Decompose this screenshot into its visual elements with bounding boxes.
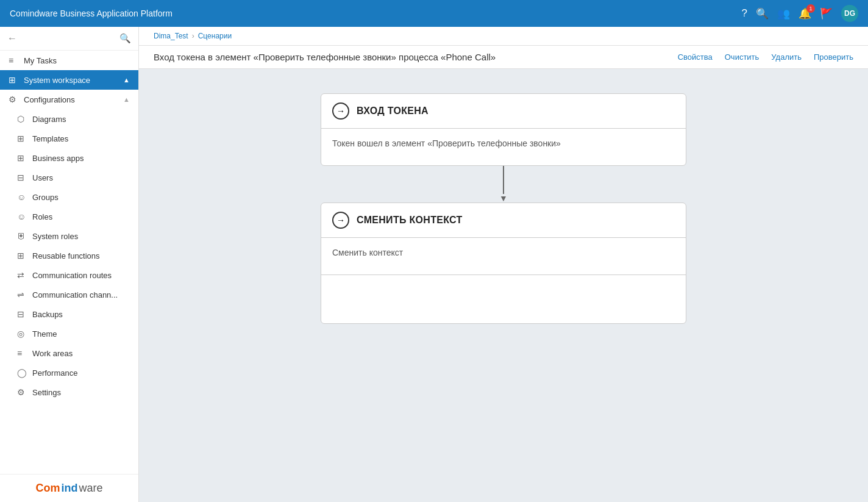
sidebar-item-label: Roles xyxy=(32,212,130,221)
properties-button[interactable]: Свойства xyxy=(678,52,713,62)
sidebar-item-label: Communication routes xyxy=(32,271,130,280)
sidebar-item-label: Work areas xyxy=(32,349,130,358)
delete-button[interactable]: Удалить xyxy=(771,52,802,62)
flow-arrow: ▼ xyxy=(499,166,508,203)
backups-icon: ⊟ xyxy=(17,309,27,319)
sidebar-item-configurations[interactable]: ⚙ Configurations ▲ xyxy=(0,90,138,109)
flow-node-token-entry: → ВХОД ТОКЕНА Токен вошел в элемент «Про… xyxy=(321,93,686,166)
topbar: Comindware Business Application Platform… xyxy=(0,0,868,27)
logo-com: Com xyxy=(35,482,60,495)
config-submenu: ⬡ Diagrams ⊞ Templates ⊞ Business apps ⊟… xyxy=(0,109,138,402)
token-entry-icon: → xyxy=(332,102,349,120)
work-areas-icon: ≡ xyxy=(17,348,27,358)
breadcrumb-separator: › xyxy=(192,32,194,40)
groups-icon: ☺ xyxy=(17,192,27,202)
sidebar-item-label: System roles xyxy=(32,232,130,241)
roles-icon: ☺ xyxy=(17,212,27,221)
diagrams-icon: ⬡ xyxy=(17,114,27,124)
help-icon[interactable]: ? xyxy=(742,7,747,20)
notification-badge: 1 xyxy=(806,4,815,13)
workspace-icon: ⊞ xyxy=(9,75,18,85)
sidebar-item-templates[interactable]: ⊞ Templates xyxy=(0,129,138,148)
sidebar-item-users[interactable]: ⊟ Users xyxy=(0,168,138,187)
flow-node-token-header: → ВХОД ТОКЕНА xyxy=(321,94,686,129)
sidebar-item-backups[interactable]: ⊟ Backups xyxy=(0,304,138,324)
avatar[interactable]: DG xyxy=(841,5,858,22)
sidebar-item-label: Performance xyxy=(32,368,130,378)
sidebar-search-row: ← 🔍 xyxy=(0,27,138,51)
clear-button[interactable]: Очистить xyxy=(725,52,760,62)
sidebar-bottom: Comindware xyxy=(0,474,138,502)
sidebar-item-roles[interactable]: ☺ Roles xyxy=(0,207,138,226)
sidebar-item-label: Communication chann... xyxy=(32,290,130,299)
breadcrumb-item-dima-test[interactable]: Dima_Test xyxy=(154,32,188,40)
config-label: Configurations xyxy=(24,95,118,104)
sidebar-item-my-tasks[interactable]: ≡ My Tasks xyxy=(0,51,138,70)
page-actions: Свойства Очистить Удалить Проверить xyxy=(678,52,853,62)
sidebar-item-label: Diagrams xyxy=(32,115,130,124)
chevron-down-icon: ▲ xyxy=(123,96,130,103)
sidebar-back-button[interactable]: ← xyxy=(7,33,17,44)
layout: ← 🔍 ≡ My Tasks ⊞ System workspace ▲ ⚙ Co… xyxy=(0,27,868,502)
system-roles-icon: ⛨ xyxy=(17,231,27,241)
users-icon[interactable]: 👥 xyxy=(777,7,790,20)
sidebar-item-business-apps[interactable]: ⊞ Business apps xyxy=(0,148,138,168)
sidebar-item-system-roles[interactable]: ⛨ System roles xyxy=(0,226,138,246)
settings-icon: ⚙ xyxy=(17,387,27,397)
change-context-body: Сменить контекст xyxy=(321,238,686,274)
flow-container: → ВХОД ТОКЕНА Токен вошел в элемент «Про… xyxy=(163,93,844,324)
sidebar-item-label: System workspace xyxy=(24,76,118,85)
logo-ind: ind xyxy=(61,482,77,495)
sidebar-item-label: Templates xyxy=(32,134,130,143)
sidebar-item-communication-channels[interactable]: ⇌ Communication chann... xyxy=(0,285,138,304)
sidebar-item-theme[interactable]: ◎ Theme xyxy=(0,324,138,343)
comm-channels-icon: ⇌ xyxy=(17,290,27,299)
sidebar-item-label: Backups xyxy=(32,310,130,319)
sidebar-item-diagrams[interactable]: ⬡ Diagrams xyxy=(0,109,138,129)
change-context-title: СМЕНИТЬ КОНТЕКСТ xyxy=(357,215,463,226)
subheader: Dima_Test › Сценарии xyxy=(139,27,868,46)
main-content: Dima_Test › Сценарии Вход токена в элеме… xyxy=(139,27,868,502)
business-apps-icon: ⊞ xyxy=(17,153,27,163)
flow-node-change-context: → СМЕНИТЬ КОНТЕКСТ Сменить контекст xyxy=(321,203,686,324)
sidebar-item-system-workspace[interactable]: ⊞ System workspace ▲ xyxy=(0,70,138,90)
comm-routes-icon: ⇄ xyxy=(17,270,27,280)
sidebar-search-button[interactable]: 🔍 xyxy=(119,33,131,44)
token-entry-body: Токен вошел в элемент «Проверить телефон… xyxy=(321,129,686,165)
page-title-row: Вход токена в элемент «Проверить телефон… xyxy=(139,46,868,69)
change-context-empty-section xyxy=(321,274,686,323)
sidebar-item-groups[interactable]: ☺ Groups xyxy=(0,187,138,207)
sidebar-item-label: Business apps xyxy=(32,154,130,163)
breadcrumb: Dima_Test › Сценарии xyxy=(154,32,232,40)
chevron-up-icon: ▲ xyxy=(123,76,130,84)
sidebar-item-work-areas[interactable]: ≡ Work areas xyxy=(0,343,138,363)
performance-icon: ◯ xyxy=(17,368,27,378)
topbar-title: Comindware Business Application Platform xyxy=(10,9,742,18)
token-entry-title: ВХОД ТОКЕНА xyxy=(357,106,429,117)
flow-node-context-header: → СМЕНИТЬ КОНТЕКСТ xyxy=(321,203,686,238)
sidebar-item-performance[interactable]: ◯ Performance xyxy=(0,363,138,382)
sidebar-item-label: Settings xyxy=(32,388,130,397)
verify-button[interactable]: Проверить xyxy=(814,52,853,62)
sidebar-item-settings[interactable]: ⚙ Settings xyxy=(0,382,138,402)
page-title: Вход токена в элемент «Проверить телефон… xyxy=(154,52,496,62)
sidebar-item-label: Groups xyxy=(32,193,130,202)
templates-icon: ⊞ xyxy=(17,134,27,143)
sidebar-item-label: Users xyxy=(32,173,130,182)
sidebar-item-communication-routes[interactable]: ⇄ Communication routes xyxy=(0,265,138,285)
arrow-line xyxy=(503,166,504,194)
sidebar-item-label: My Tasks xyxy=(24,56,130,65)
breadcrumb-item-scenarios[interactable]: Сценарии xyxy=(198,32,232,40)
sidebar: ← 🔍 ≡ My Tasks ⊞ System workspace ▲ ⚙ Co… xyxy=(0,27,139,502)
sidebar-item-reusable-functions[interactable]: ⊞ Reusable functions xyxy=(0,246,138,265)
bell-icon[interactable]: 🔔 1 xyxy=(799,7,811,20)
logo-ware: ware xyxy=(79,482,102,495)
sidebar-bottom-logo: Comindware xyxy=(35,482,102,495)
flag-icon[interactable]: 🚩 xyxy=(820,7,833,20)
search-icon[interactable]: 🔍 xyxy=(756,7,769,20)
reusable-functions-icon: ⊞ xyxy=(17,251,27,260)
sidebar-item-label: Reusable functions xyxy=(32,251,130,260)
arrow-head: ▼ xyxy=(499,194,508,203)
canvas[interactable]: → ВХОД ТОКЕНА Токен вошел в элемент «Про… xyxy=(139,69,868,502)
config-icon: ⚙ xyxy=(9,95,18,104)
